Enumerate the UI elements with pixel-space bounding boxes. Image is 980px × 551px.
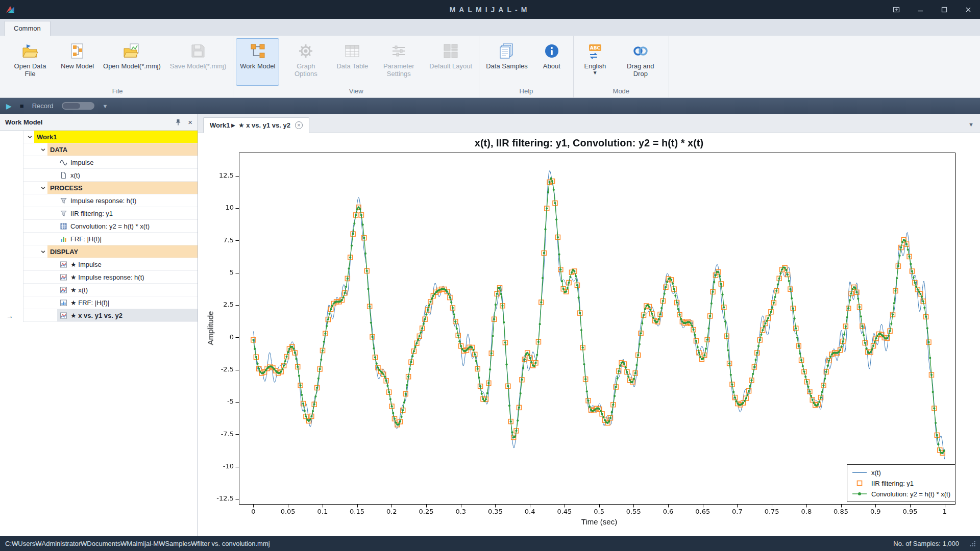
ribbon-group-label: Help — [482, 86, 571, 97]
tree-item-label: ★ FRF: |H(f)| — [70, 299, 109, 307]
tree-indent — [23, 271, 57, 283]
ribbon-button-label: Data Table — [336, 62, 368, 70]
legend-marker-open-square — [852, 480, 867, 487]
minimize-icon[interactable] — [908, 0, 932, 19]
tab-common[interactable]: Common — [4, 21, 51, 36]
tree-indent — [23, 258, 57, 270]
selected-item-arrow: → — [6, 309, 13, 322]
plot-icon — [60, 273, 67, 281]
tree-indent — [23, 143, 39, 156]
tree-section-data[interactable]: DATA — [23, 143, 198, 156]
expander-caret-icon[interactable] — [39, 245, 47, 258]
legend-entry-iir-filtering-y1: IIR filtering: y1 — [852, 478, 950, 488]
panel-close-icon[interactable]: × — [188, 118, 192, 126]
stop-icon[interactable]: ■ — [20, 102, 24, 110]
dropdown-caret-icon: ▼ — [593, 70, 598, 76]
tree-item-frf-h-f[interactable]: ★ FRF: |H(f)| — [23, 296, 198, 309]
expander-caret-icon[interactable] — [26, 131, 34, 143]
record-dropdown-caret-icon[interactable]: ▼ — [103, 103, 108, 109]
tree-indent — [23, 207, 57, 219]
ribbon-button-label: Open Model(*.mmj) — [103, 62, 161, 70]
tree-item-label: Impulse response: h(t) — [70, 197, 136, 205]
app-window: MALMIJAL-M Common Open Data FileNew Mode… — [0, 0, 980, 551]
x-axis-label: Time (sec) — [581, 517, 617, 526]
ribbon-button-label: Parameter Settings — [377, 62, 420, 78]
ribbon-button-data-samples[interactable]: Data Samples — [482, 38, 532, 86]
tree-row-content: Impulse — [57, 156, 198, 168]
content: Work Model × Work1DATAImpulsex(t)PROCESS… — [0, 114, 980, 536]
ribbon-button-graph-options: Graph Options — [280, 38, 331, 86]
tab-close-icon[interactable]: × — [295, 121, 303, 129]
expander-caret-icon[interactable] — [39, 143, 47, 156]
legend-label: x(t) — [871, 469, 881, 477]
funnel-icon — [60, 210, 67, 217]
y-axis-label: Amplitude — [206, 311, 215, 345]
expander-caret-icon[interactable] — [39, 182, 47, 194]
resize-grip-icon[interactable] — [969, 540, 976, 547]
tree-item-label: ★ Impulse response: h(t) — [70, 273, 144, 281]
close-icon[interactable] — [956, 0, 980, 19]
ribbon-button-open-model-mmj[interactable]: Open Model(*.mmj) — [99, 38, 165, 86]
tree-item-impulse-response-h-t[interactable]: Impulse response: h(t) — [23, 194, 198, 207]
ribbon-button-label: Graph Options — [284, 62, 327, 78]
ribbon-button-drag-and-drop[interactable]: Drag and Drop — [615, 38, 666, 86]
ribbon-tab-strip: Common — [0, 19, 980, 36]
tree-item-x-t[interactable]: x(t) — [23, 169, 198, 182]
tree-item-label: ★ x vs. y1 vs. y2 — [70, 312, 122, 319]
ribbon-group-label: File — [5, 86, 230, 97]
tree-item-iir-filtering-y1[interactable]: IIR filtering: y1 — [23, 207, 198, 220]
plot-icon — [60, 312, 67, 319]
tree-root-work1[interactable]: Work1 — [23, 131, 198, 143]
work-model-panel: Work Model × Work1DATAImpulsex(t)PROCESS… — [0, 114, 198, 536]
open-model-icon — [122, 42, 141, 60]
play-icon[interactable]: ▶ — [6, 102, 12, 110]
document-tab[interactable]: Work1► ★ x vs. y1 vs. y2 × — [203, 117, 309, 133]
ribbon-group-mode: ABCEnglish▼Drag and DropMode — [574, 36, 669, 97]
ribbon-button-label: Open Data File — [9, 62, 52, 78]
window-dock-icon[interactable] — [884, 0, 908, 19]
tree-indent — [23, 233, 57, 245]
ribbon-button-label: English — [584, 62, 606, 70]
plot-icon — [60, 286, 67, 294]
tree-item-frf-h-f[interactable]: FRF: |H(f)| — [23, 233, 198, 245]
tree-item-impulse-response-h-t[interactable]: ★ Impulse response: h(t) — [23, 271, 198, 284]
record-slider[interactable] — [62, 102, 94, 110]
document-icon — [60, 171, 67, 179]
tree-item-label: ★ Impulse — [70, 261, 102, 268]
ribbon-button-about[interactable]: About — [533, 38, 571, 86]
plot-icon — [60, 261, 67, 268]
tree-item-label: FRF: |H(f)| — [70, 235, 102, 243]
work-model-icon — [249, 42, 267, 60]
ribbon-button-new-model[interactable]: New Model — [57, 38, 98, 86]
pin-icon[interactable] — [175, 118, 182, 126]
tree-row-content: DISPLAY — [47, 245, 198, 258]
tree-item-x-t[interactable]: ★ x(t) — [23, 284, 198, 296]
ribbon-button-work-model[interactable]: Work Model — [236, 38, 279, 86]
tree-row-content: x(t) — [57, 169, 198, 181]
tab-list-caret-icon[interactable]: ▼ — [968, 121, 974, 128]
tree-section-process[interactable]: PROCESS — [23, 182, 198, 194]
graph-options-icon — [297, 42, 315, 60]
window-title: MALMIJAL-M — [0, 6, 980, 14]
ribbon-button-parameter-settings: Parameter Settings — [373, 38, 424, 86]
tree-item-impulse[interactable]: Impulse — [23, 156, 198, 169]
language-icon: ABC — [586, 42, 604, 60]
tree-row-content: ★ x(t) — [57, 284, 198, 296]
tree-row-content: FRF: |H(f)| — [57, 233, 198, 245]
about-icon — [543, 42, 561, 60]
tree-row-content: Convolution: y2 = h(t) * x(t) — [57, 220, 198, 232]
tree-item-convolution-y2-h-t-x-t[interactable]: Convolution: y2 = h(t) * x(t) — [23, 220, 198, 233]
ribbon-button-open-data-file[interactable]: Open Data File — [5, 38, 56, 86]
tree-section-display[interactable]: DISPLAY — [23, 245, 198, 258]
tree-item-label: DISPLAY — [50, 248, 78, 256]
tree-item-x-vs-y1-vs-y2[interactable]: →★ x vs. y1 vs. y2 — [23, 309, 198, 322]
tree-indent — [23, 194, 57, 207]
ribbon-group-help: Data SamplesAboutHelp — [479, 36, 574, 97]
tree-item-label: IIR filtering: y1 — [70, 210, 113, 217]
maximize-icon[interactable] — [932, 0, 956, 19]
tree-item-impulse[interactable]: ★ Impulse — [23, 258, 198, 271]
ribbon-button-english[interactable]: ABCEnglish▼ — [576, 38, 614, 86]
funnel-icon — [60, 197, 67, 205]
ribbon-button-data-table: Data Table — [332, 38, 372, 86]
ribbon-button-label: Drag and Drop — [619, 62, 662, 78]
